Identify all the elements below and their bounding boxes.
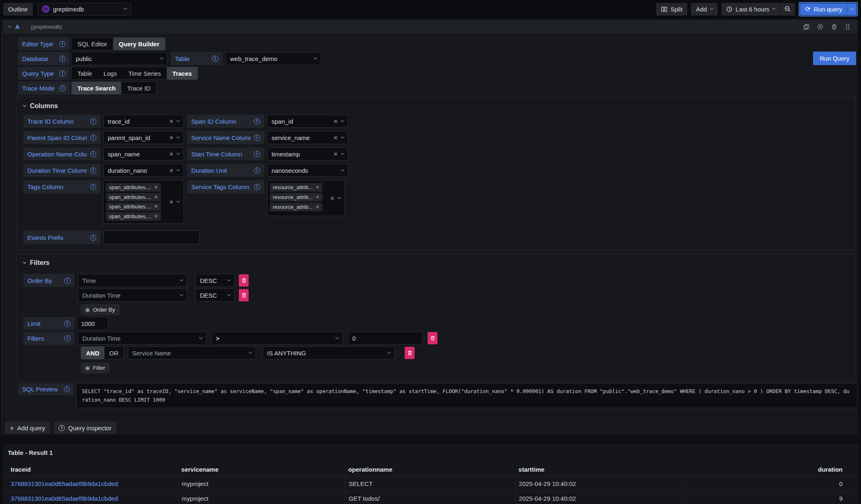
- remove-chip-icon[interactable]: ✕: [154, 214, 158, 219]
- remove-chip-icon[interactable]: ✕: [154, 185, 158, 190]
- add-query-button[interactable]: + Add query: [5, 422, 50, 434]
- column-header-traceid[interactable]: traceid: [4, 462, 178, 476]
- filter-field-select[interactable]: Service Name: [128, 346, 256, 359]
- column-header-servicename[interactable]: servicename: [178, 462, 345, 476]
- hide-response-icon[interactable]: [817, 24, 823, 30]
- clear-icon[interactable]: ✕: [169, 151, 174, 157]
- operation-name-column-select[interactable]: span_name✕: [103, 147, 184, 160]
- service-name-column-select[interactable]: service_name✕: [267, 131, 348, 144]
- query-inspector-button[interactable]: i Query inspector: [54, 422, 116, 434]
- info-icon[interactable]: i: [254, 135, 260, 141]
- tab-logs[interactable]: Logs: [98, 67, 123, 79]
- run-query-button[interactable]: ⟳ Run query: [800, 3, 847, 15]
- zoom-out-time-button[interactable]: [780, 3, 795, 16]
- columns-section-header[interactable]: Columns: [23, 102, 849, 110]
- limit-input[interactable]: [77, 317, 108, 330]
- remove-chip-icon[interactable]: ✕: [316, 195, 319, 199]
- tags-column-multiselect[interactable]: span_attributes....✕ span_attributes....…: [103, 180, 184, 224]
- duplicate-query-icon[interactable]: [803, 24, 809, 30]
- tab-trace-id[interactable]: Trace ID: [121, 82, 156, 94]
- remove-query-icon[interactable]: [831, 24, 837, 30]
- start-time-column-select[interactable]: timestamp✕: [267, 147, 348, 160]
- collapse-chevron-icon[interactable]: [8, 24, 11, 27]
- order-by-direction-select[interactable]: DESC: [195, 274, 235, 287]
- remove-order-by-button[interactable]: [239, 289, 249, 301]
- add-filter-button[interactable]: ⊕ Filter: [81, 362, 110, 373]
- tab-traces[interactable]: Traces: [167, 67, 198, 79]
- tab-sql-editor[interactable]: SQL Editor: [72, 38, 113, 50]
- duration-time-column-select[interactable]: duration_nano✕: [103, 164, 184, 177]
- editor-run-query-button[interactable]: Run Query: [813, 52, 856, 65]
- info-icon[interactable]: i: [59, 70, 66, 77]
- clear-icon[interactable]: ✕: [333, 119, 338, 124]
- datasource-picker[interactable]: greptimedb: [38, 3, 131, 16]
- filters-section-header[interactable]: Filters: [23, 259, 849, 267]
- remove-chip-icon[interactable]: ✕: [316, 205, 319, 209]
- info-icon[interactable]: i: [90, 235, 96, 241]
- table-select[interactable]: web_trace_demo: [226, 52, 321, 65]
- info-icon[interactable]: i: [254, 118, 260, 124]
- add-order-by-button[interactable]: ⊕ Order By: [81, 304, 120, 315]
- clear-icon[interactable]: ✕: [333, 151, 338, 157]
- clear-icon[interactable]: ✕: [169, 135, 174, 140]
- remove-filter-button[interactable]: [428, 332, 437, 344]
- column-header-duration[interactable]: duration: [685, 462, 857, 476]
- info-icon[interactable]: i: [90, 184, 96, 190]
- remove-order-by-button[interactable]: [239, 274, 249, 287]
- remove-filter-button[interactable]: [405, 347, 415, 359]
- parent-span-id-column-select[interactable]: parent_span_id✕: [103, 131, 184, 144]
- info-icon[interactable]: i: [64, 321, 70, 327]
- service-tags-column-multiselect[interactable]: resource_attrib...✕ resource_attrib...✕ …: [267, 180, 345, 216]
- tab-trace-search[interactable]: Trace Search: [72, 82, 121, 94]
- remove-chip-icon[interactable]: ✕: [316, 185, 319, 190]
- info-icon[interactable]: i: [90, 167, 96, 174]
- tab-time-series[interactable]: Time Series: [122, 67, 166, 79]
- tab-table[interactable]: Table: [72, 67, 98, 79]
- duration-unit-select[interactable]: nanoseconds: [267, 164, 348, 177]
- filter-operator-select[interactable]: IS ANYTHING: [263, 346, 395, 359]
- clear-all-icon[interactable]: ✕: [169, 199, 174, 205]
- clear-all-icon[interactable]: ✕: [330, 196, 335, 201]
- trace-id-link[interactable]: 3768831301ea0d65adaef8b9da1cbded: [11, 495, 118, 502]
- add-button[interactable]: Add: [691, 3, 718, 16]
- filter-value-input[interactable]: [348, 332, 423, 345]
- trace-id-column-select[interactable]: trace_id✕: [103, 115, 184, 128]
- info-icon[interactable]: i: [90, 151, 96, 157]
- order-by-field-select[interactable]: Duration Time: [78, 289, 187, 302]
- info-icon[interactable]: i: [254, 167, 260, 174]
- span-id-column-select[interactable]: span_id✕: [267, 115, 348, 128]
- outline-button[interactable]: Outline: [3, 3, 33, 16]
- time-range-button[interactable]: Last 6 hours: [721, 3, 780, 16]
- info-icon[interactable]: i: [212, 56, 218, 62]
- clear-icon[interactable]: ✕: [169, 168, 174, 173]
- info-icon[interactable]: i: [254, 184, 260, 190]
- info-icon[interactable]: i: [59, 56, 66, 62]
- tab-query-builder[interactable]: Query Builder: [113, 38, 165, 50]
- column-header-operationname[interactable]: operationname: [345, 462, 515, 476]
- drag-handle-icon[interactable]: [845, 24, 850, 30]
- trace-id-link[interactable]: 3768831301ea0d65adaef8b9da1cbded: [11, 480, 118, 487]
- info-icon[interactable]: i: [90, 118, 96, 124]
- info-icon[interactable]: i: [59, 41, 66, 47]
- filter-field-select[interactable]: Duration Time: [78, 332, 206, 345]
- clear-icon[interactable]: ✕: [333, 135, 338, 140]
- remove-chip-icon[interactable]: ✕: [154, 195, 158, 199]
- info-icon[interactable]: i: [64, 278, 70, 284]
- info-icon[interactable]: i: [59, 85, 66, 91]
- database-select[interactable]: public: [71, 52, 168, 65]
- order-by-direction-select[interactable]: DESC: [195, 289, 235, 302]
- info-icon[interactable]: i: [254, 151, 260, 157]
- info-icon[interactable]: i: [64, 386, 70, 392]
- info-icon[interactable]: i: [64, 335, 70, 341]
- filter-operator-select[interactable]: >: [211, 332, 343, 345]
- events-prefix-input[interactable]: [103, 231, 200, 244]
- split-button[interactable]: Split: [656, 3, 687, 16]
- remove-chip-icon[interactable]: ✕: [154, 204, 158, 209]
- clear-icon[interactable]: ✕: [169, 119, 174, 124]
- run-query-dropdown[interactable]: [847, 3, 856, 15]
- tab-or[interactable]: OR: [104, 347, 124, 359]
- order-by-field-select[interactable]: Time: [78, 274, 187, 287]
- column-header-starttime[interactable]: starttime: [515, 462, 686, 476]
- tab-and[interactable]: AND: [81, 347, 104, 359]
- info-icon[interactable]: i: [90, 135, 96, 141]
